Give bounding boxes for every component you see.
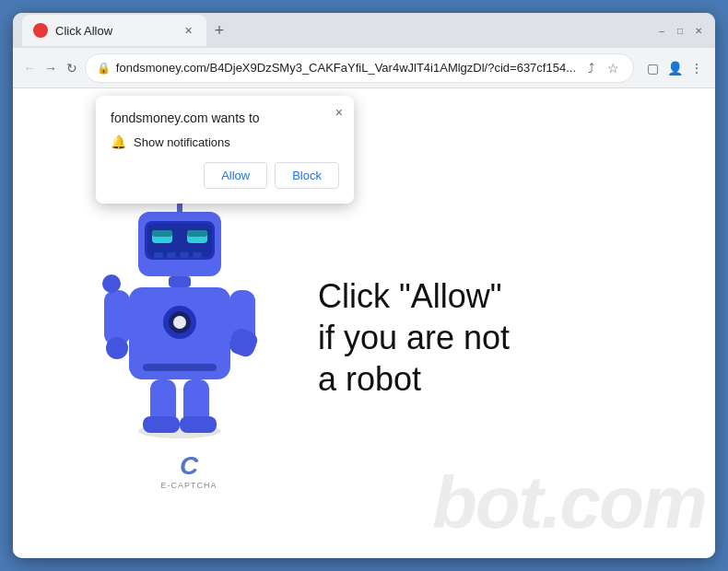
refresh-button[interactable]: ↻ [64,55,79,81]
new-tab-button[interactable]: + [206,17,232,43]
nav-extra-icons: ▢ 👤 ⋮ [643,59,706,77]
notification-popup: × fondsmoney.com wants to 🔔 Show notific… [96,96,354,204]
main-text-line1: Click "Allow" [318,275,510,317]
bell-icon: 🔔 [111,134,126,149]
svg-point-28 [102,274,121,293]
tab-favicon [33,23,48,38]
robot-section: C E-CAPTCHA Click "Allow" if you are not… [88,157,640,490]
block-button[interactable]: Block [275,162,339,189]
address-bar[interactable]: 🔒 fondsmoney.com/B4DjeX9DzSMy3_CAKFaYfiL… [85,53,634,83]
svg-rect-9 [187,230,207,237]
window-controls: – □ ✕ [654,23,706,38]
title-bar: Click Allow ✕ + – □ ✕ [13,13,715,48]
tab-close-button[interactable]: ✕ [181,23,195,38]
svg-rect-8 [152,230,172,237]
captcha-label: C E-CAPTCHA [88,451,290,490]
tab-manager-icon[interactable]: ▢ [643,59,662,77]
svg-rect-19 [143,364,217,371]
robot-illustration: C E-CAPTCHA [88,184,290,490]
close-window-button[interactable]: ✕ [691,23,706,38]
address-actions: ⤴ ☆ [581,59,622,77]
active-tab[interactable]: Click Allow ✕ [22,15,206,46]
url-text: fondsmoney.com/B4DjeX9DzSMy3_CAKFaYfiL_V… [116,61,576,75]
permission-label: Show notifications [134,135,230,149]
back-button[interactable]: ← [22,55,38,81]
popup-permission-row: 🔔 Show notifications [111,134,339,149]
allow-button[interactable]: Allow [204,162,267,189]
svg-rect-14 [169,276,191,287]
svg-rect-10 [154,252,163,258]
main-text-line2: if you are not [318,317,510,358]
popup-action-buttons: Allow Block [111,162,339,189]
tab-bar: Click Allow ✕ + [22,13,647,48]
minimize-button[interactable]: – [654,23,669,38]
maximize-button[interactable]: □ [673,23,687,38]
captcha-logo-letter: C [88,451,290,481]
popup-close-button[interactable]: × [335,105,343,120]
share-icon[interactable]: ⤴ [581,59,600,77]
svg-rect-11 [167,252,176,258]
svg-rect-26 [143,416,180,433]
popup-title: fondsmoney.com wants to [111,111,339,125]
lock-icon: 🔒 [97,62,111,75]
tab-title: Click Allow [55,24,173,38]
page-content: × fondsmoney.com wants to 🔔 Show notific… [13,88,715,558]
svg-rect-12 [180,252,189,258]
captcha-name: E-CAPTCHA [88,481,290,490]
forward-button[interactable]: → [43,55,59,81]
svg-point-21 [106,337,128,359]
navigation-bar: ← → ↻ 🔒 fondsmoney.com/B4DjeX9DzSMy3_CAK… [13,48,715,88]
profile-icon[interactable]: 👤 [665,59,684,77]
browser-window: Click Allow ✕ + – □ ✕ ← → ↻ 🔒 fondsmoney… [13,13,715,558]
main-text-line3: a robot [318,358,510,400]
main-caption: Click "Allow" if you are not a robot [318,275,510,400]
bookmark-icon[interactable]: ☆ [604,59,622,77]
svg-point-18 [173,316,186,329]
svg-rect-27 [180,416,217,433]
menu-icon[interactable]: ⋮ [687,59,706,77]
svg-rect-13 [193,252,202,258]
